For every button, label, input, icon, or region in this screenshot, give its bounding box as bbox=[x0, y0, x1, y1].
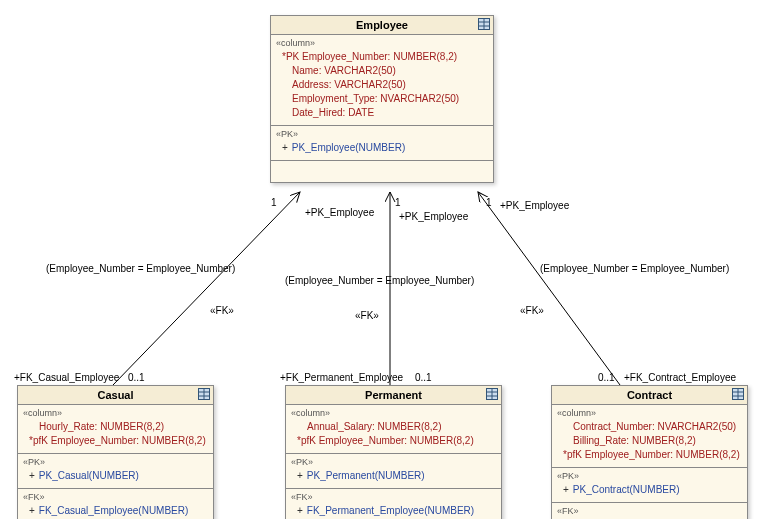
key-row: +PK_Employee(NUMBER) bbox=[276, 141, 488, 155]
col-row: Name: VARCHAR2(50) bbox=[276, 64, 488, 78]
table-icon bbox=[478, 18, 490, 30]
join-label: (Employee_Number = Employee_Number) bbox=[540, 263, 729, 274]
mult-label: 0..1 bbox=[415, 372, 432, 383]
entity-employee-columns: «column» *PK Employee_Number: NUMBER(8,2… bbox=[271, 35, 493, 126]
pk-stereotype: «PK» bbox=[23, 456, 208, 469]
entity-contract-pk: «PK» +PK_Contract(NUMBER) bbox=[552, 468, 747, 503]
entity-permanent-fk: «FK» +FK_Permanent_Employee(NUMBER) bbox=[286, 489, 501, 519]
col-row: Address: VARCHAR2(50) bbox=[276, 78, 488, 92]
role-label: +FK_Casual_Employee bbox=[14, 372, 119, 383]
role-label: +PK_Employee bbox=[399, 211, 468, 222]
fk-stereotype-label: «FK» bbox=[520, 305, 544, 316]
entity-employee-header: Employee bbox=[271, 16, 493, 35]
key-row: +PK_Contract(NUMBER) bbox=[557, 483, 742, 497]
entity-casual-header: Casual bbox=[18, 386, 213, 405]
entity-casual-pk: «PK» +PK_Casual(NUMBER) bbox=[18, 454, 213, 489]
key-row: +PK_Permanent(NUMBER) bbox=[291, 469, 496, 483]
col-stereotype: «column» bbox=[23, 407, 208, 420]
entity-casual-columns: «column» Hourly_Rate: NUMBER(8,2) *pfK E… bbox=[18, 405, 213, 454]
mult-label: 0..1 bbox=[128, 372, 145, 383]
entity-contract-header: Contract bbox=[552, 386, 747, 405]
col-row: *pfK Employee_Number: NUMBER(8,2) bbox=[557, 448, 742, 462]
role-label: +FK_Contract_Employee bbox=[624, 372, 736, 383]
mult-label: 1 bbox=[271, 197, 277, 208]
col-row: Employment_Type: NVARCHAR2(50) bbox=[276, 92, 488, 106]
pk-stereotype: «PK» bbox=[557, 470, 742, 483]
fk-stereotype: «FK» bbox=[557, 505, 742, 518]
fk-stereotype: «FK» bbox=[23, 491, 208, 504]
table-icon bbox=[732, 388, 744, 400]
entity-employee-pk: «PK» +PK_Employee(NUMBER) bbox=[271, 126, 493, 161]
col-row: Contract_Number: NVARCHAR2(50) bbox=[557, 420, 742, 434]
col-row: Annual_Salary: NUMBER(8,2) bbox=[291, 420, 496, 434]
entity-permanent-title: Permanent bbox=[365, 389, 422, 401]
key-row: +PK_Casual(NUMBER) bbox=[23, 469, 208, 483]
entity-employee-title: Employee bbox=[356, 19, 408, 31]
entity-permanent-header: Permanent bbox=[286, 386, 501, 405]
svg-line-2 bbox=[478, 192, 620, 385]
col-stereotype: «column» bbox=[276, 37, 488, 50]
entity-employee-empty bbox=[271, 161, 493, 182]
role-label: +PK_Employee bbox=[500, 200, 569, 211]
pk-stereotype: «PK» bbox=[291, 456, 496, 469]
col-row: Hourly_Rate: NUMBER(8,2) bbox=[23, 420, 208, 434]
role-label: +PK_Employee bbox=[305, 207, 374, 218]
key-row: +FK_Casual_Employee(NUMBER) bbox=[23, 504, 208, 518]
entity-permanent[interactable]: Permanent «column» Annual_Salary: NUMBER… bbox=[285, 385, 502, 519]
col-row: *pfK Employee_Number: NUMBER(8,2) bbox=[23, 434, 208, 448]
entity-casual-title: Casual bbox=[97, 389, 133, 401]
col-stereotype: «column» bbox=[557, 407, 742, 420]
col-row: Billing_Rate: NUMBER(8,2) bbox=[557, 434, 742, 448]
mult-label: 1 bbox=[486, 197, 492, 208]
pk-stereotype: «PK» bbox=[276, 128, 488, 141]
mult-label: 0..1 bbox=[598, 372, 615, 383]
table-icon bbox=[198, 388, 210, 400]
entity-casual[interactable]: Casual «column» Hourly_Rate: NUMBER(8,2)… bbox=[17, 385, 214, 519]
key-row: +FK_Permanent_Employee(NUMBER) bbox=[291, 504, 496, 518]
entity-permanent-columns: «column» Annual_Salary: NUMBER(8,2) *pfK… bbox=[286, 405, 501, 454]
entity-permanent-pk: «PK» +PK_Permanent(NUMBER) bbox=[286, 454, 501, 489]
join-label: (Employee_Number = Employee_Number) bbox=[285, 275, 474, 286]
entity-contract-columns: «column» Contract_Number: NVARCHAR2(50) … bbox=[552, 405, 747, 468]
entity-contract[interactable]: Contract «column» Contract_Number: NVARC… bbox=[551, 385, 748, 519]
col-row: *pfK Employee_Number: NUMBER(8,2) bbox=[291, 434, 496, 448]
join-label: (Employee_Number = Employee_Number) bbox=[46, 263, 235, 274]
mult-label: 1 bbox=[395, 197, 401, 208]
entity-contract-fk: «FK» +FK_Contract_Employee(NUMBER) bbox=[552, 503, 747, 519]
fk-stereotype-label: «FK» bbox=[210, 305, 234, 316]
entity-contract-title: Contract bbox=[627, 389, 672, 401]
col-row: *PK Employee_Number: NUMBER(8,2) bbox=[276, 50, 488, 64]
role-label: +FK_Permanent_Employee bbox=[280, 372, 403, 383]
table-icon bbox=[486, 388, 498, 400]
svg-line-0 bbox=[113, 192, 300, 385]
entity-casual-fk: «FK» +FK_Casual_Employee(NUMBER) bbox=[18, 489, 213, 519]
entity-employee[interactable]: Employee «column» *PK Employee_Number: N… bbox=[270, 15, 494, 183]
fk-stereotype: «FK» bbox=[291, 491, 496, 504]
col-stereotype: «column» bbox=[291, 407, 496, 420]
col-row: Date_Hired: DATE bbox=[276, 106, 488, 120]
fk-stereotype-label: «FK» bbox=[355, 310, 379, 321]
